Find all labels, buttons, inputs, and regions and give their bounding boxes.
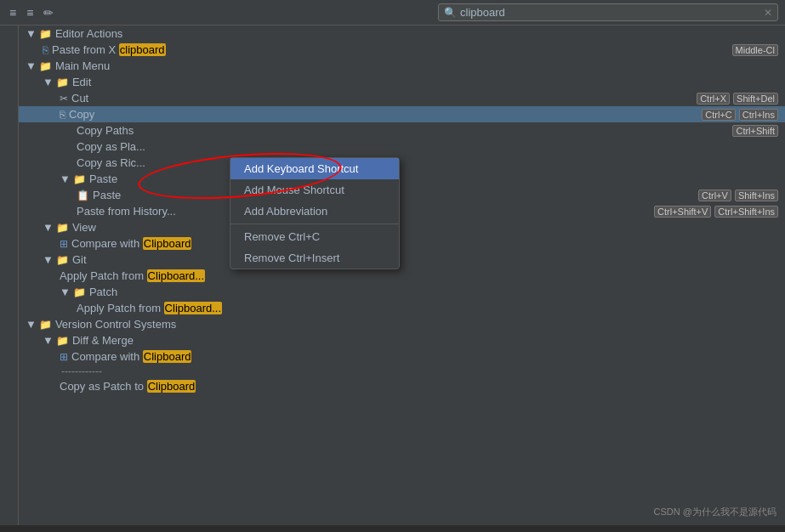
content-area: ▼ 📁 Editor Actions ⎘ Paste from X clipbo… (0, 25, 785, 525)
apply-patch-patch-label: Apply Patch from Clipboard... (77, 302, 222, 314)
copy-label: Copy (69, 108, 94, 121)
copy-as-patch-label: Copy as Patch to Clipboard (60, 380, 196, 393)
watermark: CSDN @为什么我不是源代码 (654, 506, 776, 518)
expand-icon2: ▼ (26, 59, 37, 72)
context-menu: Add Keyboard Shortcut Add Mouse Shortcut… (230, 157, 400, 269)
expand-all-icon[interactable]: ≡ (7, 4, 19, 21)
tree-item-compare-view[interactable]: ⊞ Compare with Clipboard (19, 235, 785, 252)
top-bar: ≡ ≡ ✏ 🔍 ✕ (0, 0, 785, 25)
folder-icon7: 📁 (73, 286, 86, 298)
tree-item-copy-as-rich[interactable]: Copy as Ric... (19, 155, 785, 171)
tree-item-main-menu[interactable]: ▼ 📁 Main Menu (19, 58, 785, 74)
expand-icon: ▼ (26, 27, 37, 40)
paste-history-label: Paste from History... (77, 205, 176, 218)
copy-paths-label: Copy Paths (77, 124, 134, 137)
toolbar-icons: ≡ ≡ ✏ (7, 4, 56, 21)
context-menu-item-remove-ctrl-c[interactable]: Remove Ctrl+C (230, 226, 399, 247)
tree-item-patch[interactable]: ▼ 📁 Patch (19, 284, 785, 300)
copy-as-plain-label: Copy as Pla... (77, 140, 145, 153)
diff-merge-label: Diff & Merge (72, 334, 134, 347)
folder-icon6: 📁 (56, 254, 69, 266)
paste-from-x-label: Paste from X clipboard (52, 43, 166, 56)
tree-area: ▼ 📁 Editor Actions ⎘ Paste from X clipbo… (19, 25, 785, 525)
expand-icon5: ▼ (43, 221, 54, 234)
tree-item-separator: ------------ (19, 365, 785, 378)
search-input[interactable] (460, 6, 764, 19)
tree-item-paste-history[interactable]: Paste from History... Ctrl+Shift+V Ctrl+… (19, 203, 785, 219)
tree-item-compare-vcs[interactable]: ⊞ Compare with Clipboard (19, 348, 785, 365)
expand-icon4: ▼ (60, 173, 71, 185)
tree-item-editor-actions[interactable]: ▼ 📁 Editor Actions (19, 25, 785, 42)
apply-patch-git-label: Apply Patch from Clipboard... (60, 269, 205, 282)
tree-item-paste-action[interactable]: 📋 Paste Ctrl+V Shift+Ins (19, 187, 785, 203)
folder-icon5: 📁 (56, 222, 69, 234)
copy-shortcut: Ctrl+C Ctrl+Ins (702, 109, 785, 121)
search-icon: 🔍 (444, 7, 457, 19)
tree-item-git[interactable]: ▼ 📁 Git (19, 252, 785, 268)
search-box[interactable]: 🔍 ✕ (438, 3, 778, 21)
context-menu-item-add-keyboard-shortcut[interactable]: Add Keyboard Shortcut (230, 158, 399, 179)
paste-folder-label: Paste (89, 173, 117, 185)
cut-label: Cut (71, 92, 88, 105)
tree-item-diff-merge[interactable]: ▼ 📁 Diff & Merge (19, 332, 785, 348)
main-menu-label: Main Menu (55, 59, 110, 72)
cut-icon: ✂ (60, 93, 68, 105)
copy-icon: ⎘ (60, 109, 65, 121)
edit-icon[interactable]: ✏ (41, 4, 56, 21)
paste-shortcut: Ctrl+V Shift+Ins (698, 190, 785, 201)
folder-icon4: 📁 (73, 173, 86, 185)
compare-icon: ⊞ (60, 238, 68, 250)
tree-item-vcs[interactable]: ▼ 📁 Version Control Systems (19, 316, 785, 332)
clear-search-icon[interactable]: ✕ (764, 7, 772, 19)
tree-item-copy-as-plain[interactable]: Copy as Pla... (19, 139, 785, 155)
git-label: Git (72, 253, 87, 266)
context-menu-item-add-mouse-shortcut[interactable]: Add Mouse Shortcut (230, 179, 399, 201)
expand-icon9: ▼ (43, 334, 54, 347)
vcs-label: Version Control Systems (55, 318, 176, 331)
tree-item-edit[interactable]: ▼ 📁 Edit (19, 74, 785, 90)
expand-icon6: ▼ (43, 253, 54, 266)
action-icon: ⎘ (43, 44, 48, 56)
edit-label: Edit (72, 76, 91, 88)
folder-icon9: 📁 (56, 335, 69, 347)
tree-item-cut[interactable]: ✂ Cut Ctrl+X Shift+Del (19, 90, 785, 106)
copy-paths-shortcut: Ctrl+Shift (732, 125, 785, 137)
tree-item-paste-from-x[interactable]: ⎘ Paste from X clipboard Middle-Cl (19, 42, 785, 58)
context-menu-item-add-abbreviation[interactable]: Add Abbreviation (230, 201, 399, 222)
tree-item-copy[interactable]: ⎘ Copy Ctrl+C Ctrl+Ins (19, 106, 785, 122)
tree-item-copy-as-patch[interactable]: Copy as Patch to Clipboard (19, 378, 785, 394)
folder-icon3: 📁 (56, 76, 69, 88)
left-strip (0, 25, 19, 525)
folder-icon8: 📁 (39, 319, 52, 331)
expand-icon8: ▼ (26, 318, 37, 331)
compare-view-label: Compare with Clipboard (71, 237, 191, 250)
tree-item-apply-patch-git[interactable]: Apply Patch from Clipboard... (19, 268, 785, 284)
expand-icon3: ▼ (43, 76, 54, 88)
compare-vcs-icon: ⊞ (60, 351, 68, 363)
separator-label: ------------ (61, 365, 102, 377)
compare-vcs-label: Compare with Clipboard (71, 350, 191, 363)
tree-item-paste-folder[interactable]: ▼ 📁 Paste (19, 171, 785, 187)
folder-icon: 📁 (39, 28, 52, 40)
context-menu-item-remove-ctrl-insert[interactable]: Remove Ctrl+Insert (230, 247, 399, 269)
view-label: View (72, 221, 96, 234)
editor-actions-label: Editor Actions (55, 27, 123, 40)
paste-history-shortcut: Ctrl+Shift+V Ctrl+Shift+Ins (654, 206, 785, 218)
paste-from-x-shortcut: Middle-Cl (732, 44, 785, 56)
copy-as-rich-label: Copy as Ric... (77, 156, 145, 169)
cut-shortcut: Ctrl+X Shift+Del (697, 93, 785, 105)
expand-icon7: ▼ (60, 286, 71, 298)
folder-icon2: 📁 (39, 60, 52, 72)
paste-icon: 📋 (77, 190, 89, 201)
patch-label: Patch (89, 286, 117, 298)
tree-item-copy-paths[interactable]: Copy Paths Ctrl+Shift (19, 122, 785, 139)
paste-label: Paste (93, 189, 121, 201)
tree-item-view[interactable]: ▼ 📁 View (19, 219, 785, 235)
collapse-all-icon[interactable]: ≡ (24, 4, 36, 21)
tree-item-apply-patch-patch[interactable]: Apply Patch from Clipboard... (19, 300, 785, 316)
context-menu-separator (230, 224, 399, 224)
